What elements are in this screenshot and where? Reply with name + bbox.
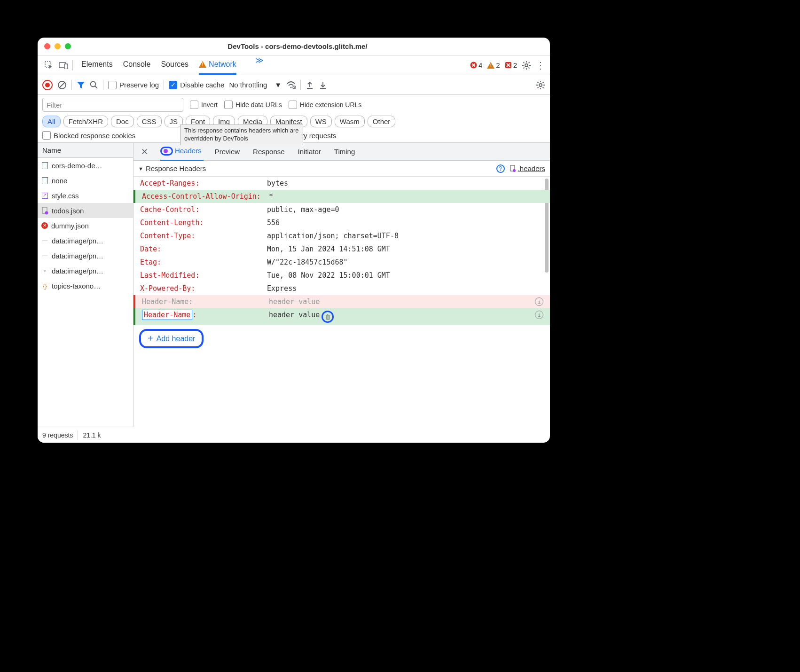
tab-elements[interactable]: Elements bbox=[81, 55, 113, 75]
add-header-label: Add header bbox=[157, 335, 196, 343]
disable-cache-checkbox[interactable]: ✓ Disable cache bbox=[169, 81, 224, 89]
tab-network[interactable]: Network bbox=[199, 55, 236, 75]
css-icon bbox=[41, 192, 48, 199]
section-title: Response Headers bbox=[146, 164, 206, 172]
request-row[interactable]: style.css bbox=[38, 188, 133, 203]
warning-icon bbox=[487, 62, 494, 69]
svg-line-29 bbox=[543, 87, 544, 88]
header-row: Accept-Ranges:bytes bbox=[133, 177, 550, 190]
hide-extension-urls-checkbox[interactable]: Hide extension URLs bbox=[289, 101, 362, 109]
tabbar-right: 4 2 2 ⋮ bbox=[470, 60, 545, 71]
chip-wasm[interactable]: Wasm bbox=[335, 116, 365, 127]
throttling-select[interactable]: No throttling ▼ bbox=[229, 81, 282, 89]
header-row: Content-Length:556 bbox=[133, 216, 550, 229]
wifi-icon[interactable] bbox=[286, 81, 296, 89]
add-header-button[interactable]: + Add header bbox=[139, 329, 204, 348]
request-row[interactable]: cors-demo-de… bbox=[38, 158, 133, 173]
issues-icon bbox=[505, 62, 512, 69]
chip-other[interactable]: Other bbox=[368, 116, 396, 127]
request-row[interactable]: {}topics-taxono… bbox=[38, 278, 133, 293]
svg-line-17 bbox=[95, 86, 97, 88]
tab-sources[interactable]: Sources bbox=[161, 55, 188, 75]
header-name-input[interactable]: Header-Name bbox=[142, 310, 192, 320]
chevron-down-icon: ▼ bbox=[275, 81, 282, 89]
settings-icon[interactable] bbox=[522, 61, 531, 70]
clear-icon[interactable] bbox=[57, 80, 67, 90]
request-row[interactable]: ▫data:image/pn… bbox=[38, 263, 133, 278]
record-button[interactable] bbox=[42, 80, 53, 90]
search-icon[interactable] bbox=[90, 81, 98, 89]
panel-tab-timing[interactable]: Timing bbox=[332, 143, 357, 160]
issues-badge[interactable]: 2 bbox=[505, 61, 517, 69]
close-panel-icon[interactable]: ✕ bbox=[138, 147, 151, 157]
blocked-cookies-checkbox[interactable]: Blocked response cookies bbox=[42, 131, 135, 140]
header-row-removed: Header-Name:header valuei bbox=[133, 295, 550, 308]
transfer-size: 21.1 k bbox=[83, 431, 101, 439]
svg-point-20 bbox=[294, 87, 295, 88]
network-toolbar: Preserve log ✓ Disable cache No throttli… bbox=[38, 75, 550, 95]
close-window[interactable] bbox=[44, 43, 50, 49]
divider bbox=[103, 80, 103, 90]
chip-all[interactable]: All bbox=[42, 116, 61, 127]
help-icon[interactable]: ? bbox=[496, 164, 505, 173]
tab-console[interactable]: Console bbox=[123, 55, 151, 75]
device-toolbar-icon[interactable] bbox=[57, 59, 71, 72]
header-row-overridden: Access-Control-Allow-Origin:* bbox=[133, 190, 550, 203]
info-icon[interactable]: i bbox=[535, 311, 543, 319]
trash-icon: 🗑 bbox=[325, 313, 331, 320]
plus-icon: + bbox=[148, 333, 153, 344]
more-tabs-icon[interactable]: ≫ bbox=[255, 55, 264, 75]
request-row[interactable]: none bbox=[38, 173, 133, 188]
warning-badge[interactable]: 2 bbox=[487, 61, 500, 69]
dash-icon: — bbox=[41, 237, 48, 244]
headers-file-link[interactable]: .headers bbox=[510, 164, 545, 172]
upload-icon[interactable] bbox=[306, 81, 314, 89]
chip-css[interactable]: CSS bbox=[137, 116, 162, 127]
filter-extra-row: Blocked response cookies party requests … bbox=[42, 131, 545, 140]
inspect-icon[interactable] bbox=[42, 59, 55, 72]
svg-line-15 bbox=[59, 82, 65, 88]
hide-data-urls-checkbox[interactable]: Hide data URLs bbox=[224, 101, 282, 109]
chip-fetch-xhr[interactable]: Fetch/XHR bbox=[63, 116, 108, 127]
file-icon: ▫ bbox=[41, 267, 48, 274]
request-row[interactable]: ✕dummy.json bbox=[38, 218, 133, 233]
svg-line-31 bbox=[543, 82, 544, 83]
panel-tab-preview[interactable]: Preview bbox=[213, 143, 242, 160]
panel-tab-headers[interactable]: Headers bbox=[160, 143, 204, 161]
svg-point-35 bbox=[513, 169, 516, 172]
status-footer: 9 requests 21.1 k bbox=[38, 427, 133, 443]
checkbox-icon bbox=[108, 81, 117, 89]
panel-tab-response[interactable]: Response bbox=[251, 143, 287, 160]
download-icon[interactable] bbox=[319, 81, 327, 89]
filter-input[interactable]: Filter bbox=[42, 98, 183, 112]
sidebar-header[interactable]: Name bbox=[38, 143, 133, 158]
disable-cache-label: Disable cache bbox=[180, 81, 224, 89]
delete-header-button[interactable]: 🗑 bbox=[322, 311, 334, 323]
titlebar: DevTools - cors-demo-devtools.glitch.me/ bbox=[38, 38, 550, 55]
chip-doc[interactable]: Doc bbox=[111, 116, 134, 127]
panel-tab-initiator[interactable]: Initiator bbox=[296, 143, 323, 160]
chip-ws[interactable]: WS bbox=[310, 116, 332, 127]
details-panel: ✕ Headers Preview Response Initiator Tim… bbox=[133, 143, 550, 443]
error-badge[interactable]: 4 bbox=[470, 61, 482, 69]
filter-icon[interactable] bbox=[77, 81, 85, 89]
error-icon bbox=[470, 62, 477, 69]
devtools-window: DevTools - cors-demo-devtools.glitch.me/… bbox=[38, 38, 550, 443]
collapse-icon: ▼ bbox=[138, 166, 143, 172]
info-icon[interactable]: i bbox=[535, 297, 543, 306]
preserve-log-checkbox[interactable]: Preserve log bbox=[108, 81, 159, 89]
kebab-menu-icon[interactable]: ⋮ bbox=[536, 60, 545, 71]
request-row[interactable]: —data:image/pn… bbox=[38, 233, 133, 248]
header-row: X-Powered-By:Express bbox=[133, 282, 550, 295]
request-row-selected[interactable]: todos.json bbox=[38, 203, 133, 218]
panel-tabs: ✕ Headers Preview Response Initiator Tim… bbox=[133, 143, 550, 161]
network-settings-icon[interactable] bbox=[536, 80, 545, 90]
header-value-input[interactable]: header value bbox=[269, 311, 320, 319]
invert-checkbox[interactable]: Invert bbox=[190, 101, 218, 109]
error-icon: ✕ bbox=[41, 222, 48, 229]
issues-count: 2 bbox=[513, 61, 517, 69]
response-headers-section[interactable]: ▼ Response Headers ? .headers bbox=[133, 161, 550, 177]
divider bbox=[72, 60, 73, 70]
json-icon: {} bbox=[41, 282, 48, 289]
request-row[interactable]: —data:image/pn… bbox=[38, 248, 133, 263]
